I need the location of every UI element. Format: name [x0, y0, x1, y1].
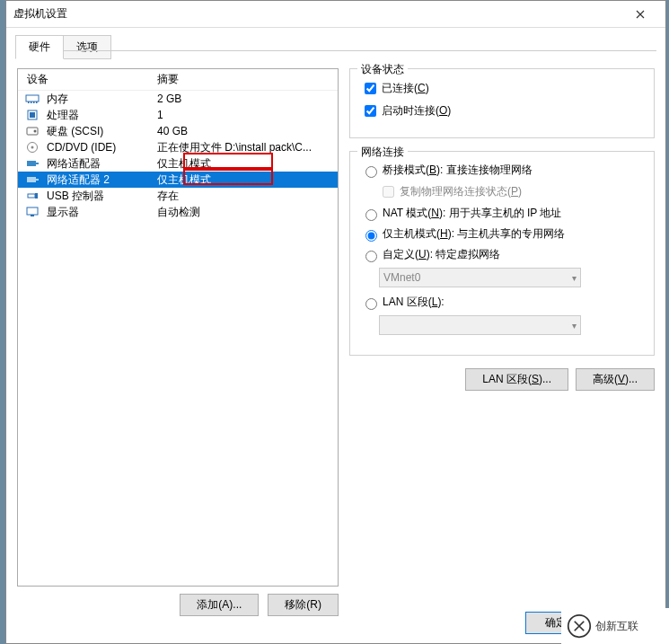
- svg-rect-14: [36, 179, 39, 181]
- svg-rect-16: [35, 193, 38, 198]
- cell-name: 网络适配器: [47, 156, 157, 172]
- logo-icon: [567, 613, 592, 639]
- vm-settings-window: 虚拟机设置 硬件 选项 设备 摘要 内存 2 GB: [5, 0, 666, 644]
- device-status-title: 设备状态: [357, 62, 408, 77]
- usb-icon: [25, 190, 40, 202]
- watermark-logo: 创新互联: [561, 608, 669, 644]
- left-button-row: 添加(A)... 移除(R): [17, 594, 339, 616]
- bridged-radio[interactable]: 桥接模式(B): 直接连接物理网络: [361, 163, 643, 178]
- add-button[interactable]: 添加(A)...: [180, 594, 259, 616]
- cell-summary: 40 GB: [157, 125, 338, 137]
- svg-rect-1: [28, 101, 30, 103]
- lanseg-radio[interactable]: LAN 区段(L):: [361, 295, 643, 310]
- memory-icon: [25, 93, 40, 105]
- row-usb[interactable]: USB 控制器 存在: [18, 188, 338, 204]
- cell-name: 内存: [47, 92, 157, 107]
- titlebar: 虚拟机设置: [6, 1, 665, 28]
- nat-radio-input[interactable]: [365, 209, 377, 221]
- cell-name: USB 控制器: [47, 189, 157, 204]
- cell-summary: 仅主机模式: [157, 172, 338, 188]
- col-summary: 摘要: [157, 72, 338, 87]
- cell-summary: 仅主机模式: [157, 156, 338, 172]
- cd-icon: [25, 141, 40, 154]
- row-netadapter1[interactable]: 网络适配器 仅主机模式: [18, 155, 338, 172]
- tab-options[interactable]: 选项: [63, 35, 111, 59]
- right-buttons: LAN 区段(S)... 高级(V)...: [349, 368, 655, 391]
- lanseg-radio-input[interactable]: [365, 298, 377, 310]
- cpu-icon: [25, 109, 40, 121]
- svg-point-8: [34, 130, 37, 133]
- row-harddisk[interactable]: 硬盘 (SCSI) 40 GB: [18, 123, 338, 139]
- svg-point-10: [31, 146, 34, 149]
- window-title: 虚拟机设置: [13, 6, 67, 22]
- cell-summary: 正在使用文件 D:\install pack\C...: [157, 140, 338, 155]
- svg-rect-3: [33, 101, 35, 103]
- bridged-label: 桥接模式(B): 直接连接物理网络: [383, 163, 533, 178]
- chevron-down-icon: ▾: [572, 321, 577, 331]
- custom-radio-input[interactable]: [365, 251, 377, 262]
- replicate-checkbox-input: [383, 186, 394, 198]
- content: 设备 摘要 内存 2 GB 处理器 1: [6, 59, 665, 625]
- cell-name: CD/DVD (IDE): [47, 141, 157, 154]
- hostonly-radio[interactable]: 仅主机模式(H): 与主机共享的专用网络: [361, 226, 643, 242]
- row-cddvd[interactable]: CD/DVD (IDE) 正在使用文件 D:\install pack\C...: [18, 139, 338, 155]
- network-icon: [25, 173, 40, 186]
- nat-label: NAT 模式(N): 用于共享主机的 IP 地址: [383, 206, 561, 221]
- hostonly-label: 仅主机模式(H): 与主机共享的专用网络: [383, 226, 565, 242]
- replicate-checkbox: 复制物理网络连接状态(P): [379, 183, 643, 200]
- hostonly-radio-input[interactable]: [365, 230, 377, 242]
- cell-name: 显示器: [47, 205, 157, 220]
- device-status-group: 设备状态 已连接(C) 启动时连接(O): [349, 68, 655, 138]
- connected-label: 已连接(C): [382, 81, 429, 96]
- svg-rect-15: [28, 194, 35, 198]
- connected-checkbox[interactable]: 已连接(C): [361, 80, 643, 97]
- network-connection-group: 网络连接 桥接模式(B): 直接连接物理网络 复制物理网络连接状态(P) NAT…: [349, 151, 655, 356]
- col-device: 设备: [18, 72, 157, 87]
- custom-label: 自定义(U): 特定虚拟网络: [383, 247, 500, 262]
- connect-poweron-checkbox-input[interactable]: [365, 105, 376, 117]
- bridged-radio-input[interactable]: [365, 166, 377, 178]
- cell-summary: 2 GB: [157, 93, 338, 105]
- replicate-checkbox-row: 复制物理网络连接状态(P): [379, 183, 643, 200]
- tabs: 硬件 选项: [6, 28, 665, 59]
- svg-rect-11: [27, 161, 36, 166]
- row-netadapter2[interactable]: 网络适配器 2 仅主机模式: [18, 172, 338, 188]
- display-icon: [25, 206, 40, 218]
- list-header: 设备 摘要: [18, 69, 338, 91]
- network-icon: [25, 157, 40, 170]
- right-pane: 设备状态 已连接(C) 启动时连接(O) 网络连接 桥接模式(B): 直接连接物…: [349, 68, 655, 616]
- logo-text: 创新互联: [595, 619, 638, 634]
- cell-name: 网络适配器 2: [47, 172, 157, 188]
- connected-checkbox-input[interactable]: [365, 83, 376, 94]
- cell-summary: 存在: [157, 189, 338, 204]
- connect-poweron-label: 启动时连接(O): [382, 103, 451, 119]
- network-title: 网络连接: [357, 145, 408, 160]
- lan-segments-button[interactable]: LAN 区段(S)...: [465, 368, 568, 391]
- close-button[interactable]: [622, 2, 658, 27]
- cell-name: 硬盘 (SCSI): [47, 124, 157, 139]
- close-icon: [636, 10, 645, 19]
- svg-rect-4: [36, 101, 38, 103]
- vmnet-select: VMnet0 ▾: [379, 268, 581, 287]
- lanseg-label: LAN 区段(L):: [383, 295, 445, 310]
- vmnet-value: VMnet0: [383, 271, 420, 284]
- row-display[interactable]: 显示器 自动检测: [18, 204, 338, 220]
- svg-rect-0: [26, 95, 39, 101]
- connect-poweron-checkbox[interactable]: 启动时连接(O): [361, 102, 643, 119]
- lanseg-select: ▾: [379, 315, 581, 335]
- list-body: 内存 2 GB 处理器 1 硬盘 (SCSI) 40 GB: [18, 91, 338, 220]
- svg-rect-12: [36, 163, 39, 164]
- chevron-down-icon: ▾: [572, 273, 577, 283]
- tab-hardware[interactable]: 硬件: [15, 35, 64, 59]
- advanced-button[interactable]: 高级(V)...: [576, 368, 655, 391]
- svg-rect-13: [27, 177, 36, 182]
- svg-rect-6: [30, 112, 35, 118]
- custom-radio[interactable]: 自定义(U): 特定虚拟网络: [361, 247, 643, 262]
- row-processor[interactable]: 处理器 1: [18, 107, 338, 123]
- cell-summary: 1: [157, 109, 338, 121]
- replicate-label: 复制物理网络连接状态(P): [400, 184, 522, 199]
- remove-button[interactable]: 移除(R): [268, 594, 339, 616]
- svg-rect-2: [31, 101, 32, 103]
- nat-radio[interactable]: NAT 模式(N): 用于共享主机的 IP 地址: [361, 206, 643, 221]
- row-memory[interactable]: 内存 2 GB: [18, 91, 338, 107]
